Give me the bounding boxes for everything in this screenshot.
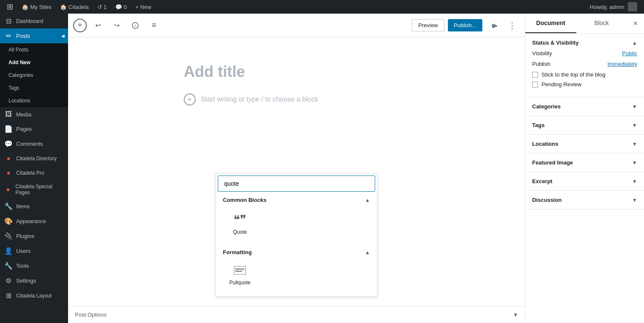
tags-header[interactable]: Tags ▼ xyxy=(532,122,637,128)
sidebar-item-tools[interactable]: 🔧 Tools xyxy=(0,258,68,273)
admin-bar-logo[interactable]: ⊞ xyxy=(3,0,17,14)
post-options-label: Post Options xyxy=(75,312,106,318)
section-excerpt: Excerpt ▼ xyxy=(525,172,644,191)
sidebar-item-categories[interactable]: Categories xyxy=(0,69,68,82)
sidebar-item-citadela-directory[interactable]: ● Citadela Directory xyxy=(0,151,68,166)
common-blocks-grid: ❝❞ Quote xyxy=(216,207,377,241)
sidebar-item-add-new[interactable]: Add New xyxy=(0,56,68,69)
formatting-blocks-grid: Pullquote xyxy=(216,259,377,293)
sidebar-item-dashboard[interactable]: ⊟ Dashboard xyxy=(0,14,68,28)
toolbar-right: Preview Publish... ⋮ xyxy=(412,18,520,33)
post-options-bar: Post Options ▼ xyxy=(68,306,525,323)
pages-icon: 📄 xyxy=(4,125,13,133)
media-icon: 🖼 xyxy=(4,110,13,118)
citadela-layout-icon: ⊞ xyxy=(4,292,13,300)
add-block-toolbar-button[interactable]: + xyxy=(73,19,87,32)
svg-rect-3 xyxy=(235,269,245,269)
items-icon: 🔧 xyxy=(4,202,13,210)
admin-bar-right: Howdy, admin xyxy=(587,0,641,14)
block-section-formatting: Formatting ▲ Pullq xyxy=(216,244,377,296)
preview-button[interactable]: Preview xyxy=(412,19,444,31)
sidebar-item-locations[interactable]: Locations xyxy=(0,94,68,107)
tools-icon: 🔧 xyxy=(4,262,13,270)
sidebar-item-tags[interactable]: Tags xyxy=(0,82,68,94)
sticky-checkbox[interactable] xyxy=(532,72,538,78)
citadela-pro-icon: ● xyxy=(4,169,13,177)
block-search-input[interactable] xyxy=(218,176,375,192)
citadela-dir-icon: ● xyxy=(4,155,13,162)
tab-block[interactable]: Block xyxy=(576,14,627,33)
svg-rect-2 xyxy=(234,266,246,275)
sidebar-item-comments[interactable]: 💬 Comments xyxy=(0,136,68,151)
sidebar-item-settings[interactable]: ⚙ Settings xyxy=(0,273,68,288)
admin-bar-comments[interactable]: 💬 0 xyxy=(112,0,130,14)
block-item-quote[interactable]: ❝❞ Quote xyxy=(223,207,257,241)
sidebar-item-citadela-special[interactable]: ● Citadela Special Pages xyxy=(0,180,68,199)
admin-bar-updates[interactable]: ↺ 1 xyxy=(94,0,110,14)
more-options-button[interactable]: ⋮ xyxy=(504,18,520,33)
locations-chevron: ▼ xyxy=(632,141,637,147)
pending-checkbox-row: Pending Review xyxy=(532,81,637,88)
sidebar-item-citadela-pro[interactable]: ● Citadela Pro xyxy=(0,166,68,180)
formatting-blocks-toggle[interactable]: ▲ xyxy=(365,249,370,255)
sidebar-item-pages[interactable]: 📄 Pages xyxy=(0,122,68,136)
info-button[interactable]: i xyxy=(128,18,143,33)
featured-image-header[interactable]: Featured Image ▼ xyxy=(532,159,637,166)
admin-bar-mysites[interactable]: 🏠 My Sites xyxy=(18,0,55,14)
block-placeholder: + Start writing or type / to choose a bl… xyxy=(184,94,409,105)
sidebar-item-all-posts[interactable]: All Posts xyxy=(0,43,68,56)
sidebar-item-posts[interactable]: ✏ Posts xyxy=(0,28,68,43)
visibility-row: Visibility Public xyxy=(532,50,637,57)
pending-checkbox[interactable] xyxy=(532,82,538,88)
common-blocks-toggle[interactable]: ▲ xyxy=(365,197,370,203)
posts-icon: ✏ xyxy=(4,32,13,40)
undo-button[interactable]: ↩ xyxy=(90,18,105,33)
section-categories: Categories ▼ xyxy=(525,97,644,116)
status-visibility-chevron: ▲ xyxy=(632,40,637,46)
publish-value[interactable]: Immediately xyxy=(607,61,637,67)
svg-text:i: i xyxy=(135,24,136,28)
home-icon: 🏠 xyxy=(22,4,28,10)
block-section-common: Common Blocks ▲ ❝❞ Quote xyxy=(216,192,377,244)
sidebar-item-plugins[interactable]: 🔌 Plugins xyxy=(0,229,68,244)
admin-bar-new[interactable]: + New xyxy=(132,0,155,14)
admin-bar-citadela[interactable]: 🏠 Citadela xyxy=(57,0,92,14)
locations-header[interactable]: Locations ▼ xyxy=(532,141,637,147)
discussion-header[interactable]: Discussion ▼ xyxy=(532,197,637,203)
block-item-pullquote-label: Pullquote xyxy=(229,280,251,286)
status-visibility-header[interactable]: Status & Visibility ▲ xyxy=(532,40,637,46)
plugins-icon: 🔌 xyxy=(4,232,13,240)
inline-add-block-button[interactable]: + xyxy=(184,94,196,105)
sidebar-item-users[interactable]: 👤 Users xyxy=(0,244,68,258)
post-title[interactable]: Add title xyxy=(184,63,409,81)
tab-document[interactable]: Document xyxy=(525,14,576,33)
categories-chevron: ▼ xyxy=(632,104,637,110)
comments-icon: 💬 xyxy=(115,4,122,10)
comments-sidebar-icon: 💬 xyxy=(4,140,13,148)
categories-header[interactable]: Categories ▼ xyxy=(532,103,637,110)
section-discussion: Discussion ▼ xyxy=(525,191,644,210)
plus-icon: + xyxy=(135,4,139,10)
svg-rect-4 xyxy=(235,271,242,272)
publish-row: Publish Immediately xyxy=(532,61,637,67)
visibility-value[interactable]: Public xyxy=(622,50,637,57)
formatting-blocks-header[interactable]: Formatting ▲ xyxy=(216,244,377,259)
publish-button[interactable]: Publish... xyxy=(448,19,482,31)
panel-close-button[interactable]: × xyxy=(627,15,644,32)
common-blocks-header[interactable]: Common Blocks ▲ xyxy=(216,192,377,207)
sidebar-item-appearance[interactable]: 🎨 Appearance xyxy=(0,214,68,229)
redo-button[interactable]: ↪ xyxy=(109,18,124,33)
editor-area: Add title + Start writing or type / to c… xyxy=(68,37,525,323)
block-item-pullquote[interactable]: Pullquote xyxy=(223,259,257,293)
excerpt-header[interactable]: Excerpt ▼ xyxy=(532,178,637,184)
admin-bar: ⊞ 🏠 My Sites 🏠 Citadela ↺ 1 💬 0 + New Ho… xyxy=(0,0,644,14)
updates-icon: ↺ xyxy=(97,4,102,10)
right-panel: Document Block × Status & Visibility ▲ V… xyxy=(525,14,644,323)
menu-button[interactable]: ≡ xyxy=(146,18,162,33)
citadela-special-icon: ● xyxy=(4,186,12,193)
admin-bar-howdy[interactable]: Howdy, admin xyxy=(587,0,641,14)
sidebar-item-citadela-layout[interactable]: ⊞ Citadela Layout xyxy=(0,288,68,303)
settings-panel-button[interactable] xyxy=(486,18,501,33)
sidebar-item-items[interactable]: 🔧 Items xyxy=(0,199,68,214)
sidebar-item-media[interactable]: 🖼 Media xyxy=(0,107,68,122)
